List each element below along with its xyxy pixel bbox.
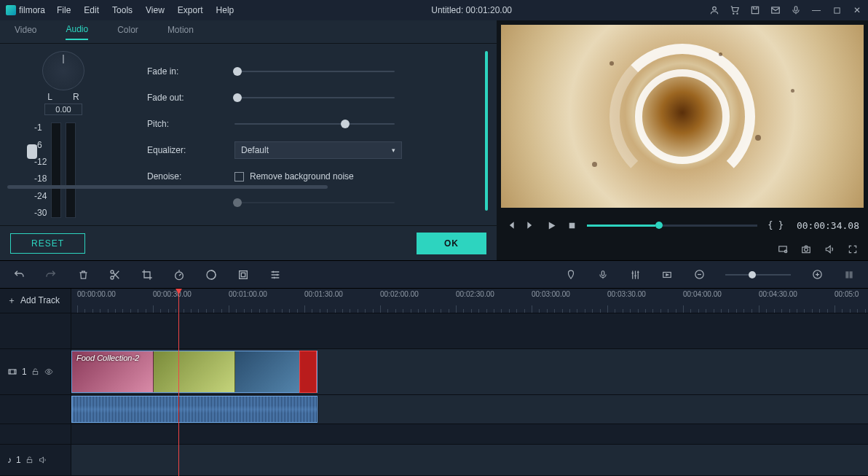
audio-mixer-icon[interactable] (629, 269, 641, 281)
add-track-button[interactable]: ＋ Add Track (0, 289, 71, 313)
panel-footer: RESET OK (0, 225, 497, 260)
reset-button[interactable]: RESET (10, 233, 85, 254)
preview-scrubber[interactable] (587, 225, 757, 227)
menu-help[interactable]: Help (216, 5, 234, 15)
mic-icon[interactable] (791, 5, 801, 15)
account-icon[interactable] (709, 5, 719, 15)
minimize-icon[interactable]: — (811, 5, 821, 15)
track-spacer (0, 424, 868, 445)
video-track-head[interactable]: 1 (0, 349, 71, 394)
mark-brackets[interactable]: { } (768, 220, 784, 230)
stop-icon[interactable] (567, 221, 577, 230)
menu-view[interactable]: View (146, 5, 165, 15)
play-icon[interactable] (546, 220, 557, 231)
cart-icon[interactable] (730, 5, 740, 15)
denoise-checkbox[interactable] (234, 172, 244, 182)
fullscreen-icon[interactable] (848, 244, 858, 254)
equalizer-select[interactable]: Default ▾ (234, 141, 402, 159)
svg-rect-25 (33, 372, 37, 375)
vu-meter[interactable]: -1 -6 -12 -18 -24 -30 (34, 122, 92, 218)
zoom-in-icon[interactable] (811, 269, 823, 281)
denoise-checkbox-row[interactable]: Remove background noise (234, 171, 354, 182)
lock-icon[interactable] (31, 367, 39, 376)
document-title: Untitled: 00:01:20.00 (234, 5, 709, 15)
vu-fader-thumb[interactable] (27, 144, 37, 159)
split-icon[interactable] (109, 269, 121, 281)
menu-edit[interactable]: Edit (84, 5, 99, 15)
audio-track-head[interactable]: ♪ 1 (0, 445, 71, 475)
menu-tools[interactable]: Tools (112, 5, 133, 15)
tab-video[interactable]: Video (15, 25, 36, 39)
render-preview-icon[interactable] (661, 269, 673, 281)
quality-settings-icon[interactable] (778, 244, 788, 254)
menu-file[interactable]: File (57, 5, 71, 15)
audio-track-body[interactable] (71, 445, 868, 475)
tab-color[interactable]: Color (117, 25, 138, 39)
svg-rect-3 (751, 7, 758, 13)
zoom-out-icon[interactable] (693, 269, 705, 281)
fade-out-slider[interactable] (234, 97, 395, 98)
denoise-strength-slider[interactable] (234, 202, 395, 203)
ruler-mark: 00:04:00.00 (683, 290, 722, 298)
zoom-to-fit-icon[interactable] (843, 269, 855, 281)
scrubber-thumb[interactable] (655, 222, 663, 229)
linked-audio-body[interactable] (71, 395, 868, 424)
upper-pane: Video Audio Color Motion L R 0.00 -1 -6 … (0, 20, 868, 261)
video-clip-segment[interactable] (299, 351, 317, 393)
undo-icon[interactable] (13, 269, 25, 281)
slider-thumb[interactable] (233, 198, 242, 207)
svg-rect-17 (241, 273, 245, 276)
properties-panel: Video Audio Color Motion L R 0.00 -1 -6 … (0, 20, 497, 260)
vu-scale: -1 -6 -12 -18 -24 -30 (34, 122, 47, 218)
record-voiceover-icon[interactable] (597, 269, 609, 281)
adjust-icon[interactable] (269, 269, 281, 281)
balance-r-label: R (73, 92, 79, 102)
speed-icon[interactable] (173, 269, 185, 281)
lock-icon[interactable] (25, 456, 33, 464)
svg-rect-27 (27, 459, 31, 462)
pitch-slider[interactable] (234, 123, 395, 125)
volume-icon[interactable] (824, 244, 835, 254)
slider-thumb[interactable] (233, 67, 242, 76)
color-icon[interactable] (205, 269, 217, 281)
fade-in-slider[interactable] (234, 71, 395, 72)
slider-thumb[interactable] (233, 93, 242, 102)
snapshot-icon[interactable] (801, 244, 811, 254)
logo-mark-icon (6, 5, 16, 15)
denoise-text: Remove background noise (250, 171, 354, 182)
balance-knob[interactable] (42, 51, 84, 90)
tab-audio[interactable]: Audio (66, 24, 88, 40)
marker-icon[interactable] (565, 269, 577, 281)
green-screen-icon[interactable] (237, 269, 249, 281)
svg-point-12 (111, 270, 114, 273)
ok-button[interactable]: OK (417, 233, 486, 254)
panel-horizontal-scrollbar[interactable] (7, 185, 328, 189)
timeline-ruler[interactable]: 00:00:00.0000:00:30.0000:01:00.0000:01:3… (71, 289, 868, 313)
slider-thumb[interactable] (341, 120, 350, 128)
tab-motion[interactable]: Motion (167, 25, 194, 39)
waveform (72, 397, 317, 422)
zoom-thumb[interactable] (749, 271, 756, 278)
vu-mark: -18 (34, 173, 47, 184)
close-icon[interactable]: ✕ (852, 5, 862, 15)
balance-value[interactable]: 0.00 (44, 104, 82, 115)
mail-icon[interactable] (770, 5, 781, 15)
speaker-icon[interactable] (38, 456, 47, 464)
playhead[interactable] (178, 289, 179, 476)
panel-vertical-scrollbar[interactable] (485, 51, 488, 211)
preview-graphic (791, 89, 794, 93)
delete-icon[interactable] (77, 269, 89, 281)
redo-icon[interactable] (45, 269, 57, 281)
audio-clip[interactable] (71, 396, 317, 423)
preview-viewport[interactable] (501, 25, 864, 208)
next-frame-icon[interactable] (526, 220, 536, 230)
crop-icon[interactable] (141, 269, 153, 281)
menu-export[interactable]: Export (178, 5, 203, 15)
prev-frame-icon[interactable] (505, 220, 516, 230)
video-track-body[interactable]: Food Collection-2 (71, 349, 868, 394)
video-clip[interactable]: Food Collection-2 (71, 351, 317, 393)
save-icon[interactable] (750, 5, 760, 15)
zoom-slider[interactable] (725, 274, 791, 276)
eye-icon[interactable] (44, 367, 54, 376)
maximize-icon[interactable] (832, 5, 842, 15)
